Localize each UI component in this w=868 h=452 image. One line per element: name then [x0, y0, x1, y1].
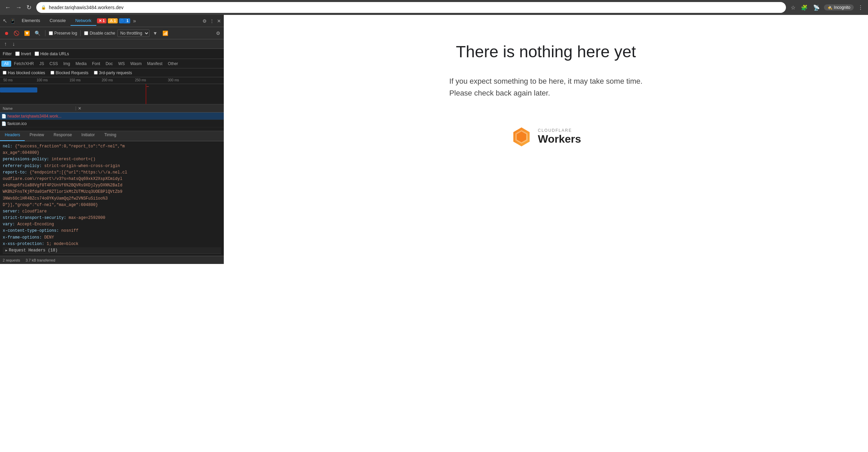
more-tabs-button[interactable]: »: [130, 18, 139, 24]
extension-button[interactable]: 🧩: [800, 3, 809, 12]
cloudflare-logo-area: CLOUDFLARE Workers: [511, 126, 581, 148]
third-party-checkbox[interactable]: [94, 71, 98, 75]
menu-button[interactable]: ⋮: [856, 3, 865, 12]
request-item-0[interactable]: 📄 header.tariqhawis3484.work...: [0, 112, 224, 120]
type-tab-media[interactable]: Media: [73, 61, 90, 67]
throttle-select[interactable]: No throttling: [117, 29, 150, 37]
timeline-bar-area: –: [0, 84, 224, 104]
type-tab-all[interactable]: All: [1, 61, 11, 67]
back-button[interactable]: ←: [3, 3, 12, 13]
hide-data-urls-label[interactable]: Hide data URLs: [35, 52, 69, 56]
main-split-view: ↖ 📱 Elements Console Network ✕ 1 ⚠ 1 🔵 1…: [0, 15, 868, 264]
preserve-log-checkbox[interactable]: [49, 31, 53, 35]
upload-button[interactable]: ↑: [3, 40, 8, 48]
close-detail-button[interactable]: ✕: [76, 106, 83, 111]
transferred-size: 3.7 kB transferred: [25, 258, 55, 262]
blocked-requests-label[interactable]: Blocked Requests: [51, 70, 88, 75]
tab-console[interactable]: Console: [45, 16, 71, 26]
incognito-label: Incognito: [834, 5, 850, 10]
has-blocked-cookies-checkbox[interactable]: [3, 71, 6, 75]
page-content: There is nothing here yet If you expect …: [224, 15, 868, 264]
detail-tab-response[interactable]: Response: [49, 131, 77, 141]
devtools-panel: ↖ 📱 Elements Console Network ✕ 1 ⚠ 1 🔵 1…: [0, 15, 224, 264]
search-button[interactable]: 🔍: [33, 30, 42, 37]
header-line-1: ax_age":604800}: [3, 150, 221, 156]
disable-cache-label[interactable]: Disable cache: [84, 31, 115, 36]
cursor-tool[interactable]: ↖: [1, 17, 8, 25]
disable-cache-checkbox[interactable]: [84, 31, 88, 35]
device-tool[interactable]: 📱: [8, 18, 17, 24]
has-blocked-cookies-label[interactable]: Has blocked cookies: [3, 70, 45, 75]
type-tab-fetch-xhr[interactable]: Fetch/XHR: [11, 61, 37, 67]
type-tab-img[interactable]: Img: [61, 61, 73, 67]
header-line-3: referrer-policy: strict-origin-when-cros…: [3, 163, 221, 169]
tick-300ms: 300 ms: [168, 78, 179, 82]
record-button[interactable]: ⏺: [3, 30, 10, 37]
header-line-15: x-xss-protection: 1; mode=block: [3, 241, 221, 247]
type-tab-manifest[interactable]: Manifest: [144, 61, 165, 67]
incognito-icon: 🕵: [827, 5, 832, 10]
timeline-request-bar: [0, 87, 37, 93]
preserve-log-label[interactable]: Preserve log: [49, 31, 77, 36]
clear-button[interactable]: 🚫: [12, 30, 21, 37]
cloudflare-brand-top: CLOUDFLARE: [538, 128, 581, 133]
tick-100ms: 100 ms: [37, 78, 48, 82]
detail-tab-initiator[interactable]: Initiator: [77, 131, 99, 141]
cast-button[interactable]: 📡: [812, 3, 821, 12]
warning-badge: ⚠ 1: [108, 18, 118, 23]
req-name-0: header.tariqhawis3484.work...: [7, 114, 222, 119]
invert-checkbox[interactable]: [15, 52, 20, 56]
download-button[interactable]: ↓: [11, 40, 16, 48]
req-name-1: favicon.ico: [7, 121, 222, 126]
kebab-menu[interactable]: ⋮: [208, 18, 216, 24]
req-icon-1: 📄: [1, 121, 6, 126]
detail-tab-preview[interactable]: Preview: [25, 131, 49, 141]
upload-download-row: ↑ ↓: [0, 39, 224, 49]
header-line-14: x-frame-options: DENY: [3, 234, 221, 241]
wifi-icon[interactable]: 📶: [161, 30, 170, 37]
forward-button[interactable]: →: [14, 3, 23, 13]
divider-1: [45, 30, 45, 36]
header-line-9: D"}],"group":"cf-nel","max_age":604800}: [3, 202, 221, 208]
hide-data-urls-checkbox[interactable]: [35, 52, 39, 56]
name-column-header: Name: [1, 106, 76, 110]
lock-icon: 🔒: [41, 5, 46, 10]
close-devtools[interactable]: ✕: [216, 18, 222, 24]
third-party-label[interactable]: 3rd-party requests: [94, 70, 132, 75]
cloudflare-brand-bottom: Workers: [538, 133, 581, 145]
request-item-1[interactable]: 📄 favicon.ico: [0, 120, 224, 127]
type-tab-ws[interactable]: WS: [116, 61, 127, 67]
timeline-header: 50 ms 100 ms 150 ms 200 ms 250 ms 300 ms: [0, 77, 224, 84]
request-headers-label: Request Headers (18): [9, 248, 58, 253]
type-tab-font[interactable]: Font: [89, 61, 103, 67]
type-tab-other[interactable]: Other: [165, 61, 181, 67]
type-tab-js[interactable]: JS: [37, 61, 47, 67]
cloudflare-logo-svg: [511, 126, 532, 148]
detail-tab-headers[interactable]: Headers: [0, 131, 25, 141]
request-headers-section[interactable]: ▶ Request Headers (18): [3, 247, 221, 254]
reload-button[interactable]: ↻: [25, 2, 33, 13]
settings-icon[interactable]: ⚙: [201, 18, 208, 24]
blocked-requests-checkbox[interactable]: [51, 71, 54, 75]
req-type-icon-1: 📄: [1, 121, 6, 126]
header-line-6: s4sHqp6fs1aB8Vgf0T4P2UnVf6%2BQVRs9XDj2yy…: [3, 182, 221, 189]
network-toolbar: ⏺ 🚫 🔽 🔍 Preserve log Disable cache No th…: [0, 27, 224, 39]
detail-tab-timing[interactable]: Timing: [99, 131, 121, 141]
network-settings-button[interactable]: ⚙: [215, 30, 221, 37]
page-heading: There is nothing here yet: [456, 42, 636, 62]
invert-label[interactable]: Invert: [15, 52, 31, 56]
tab-network[interactable]: Network: [71, 16, 96, 26]
address-bar[interactable]: 🔒 header.tariqhawis3484.workers.dev: [36, 2, 786, 13]
type-tab-css[interactable]: CSS: [47, 61, 61, 67]
throttle-dropdown[interactable]: ▼: [152, 30, 159, 37]
nav-buttons: ← → ↻: [3, 2, 33, 13]
tab-elements[interactable]: Elements: [17, 16, 45, 26]
browser-chrome: ← → ↻ 🔒 header.tariqhawis3484.workers.de…: [0, 0, 868, 15]
filter-button[interactable]: 🔽: [23, 30, 31, 37]
type-tab-doc[interactable]: Doc: [103, 61, 115, 67]
error-badge: ✕ 1: [97, 18, 106, 23]
req-type-icon-0: 📄: [1, 114, 6, 119]
divider-2: [80, 30, 81, 36]
star-button[interactable]: ☆: [789, 3, 797, 12]
type-tab-wasm[interactable]: Wasm: [127, 61, 144, 67]
